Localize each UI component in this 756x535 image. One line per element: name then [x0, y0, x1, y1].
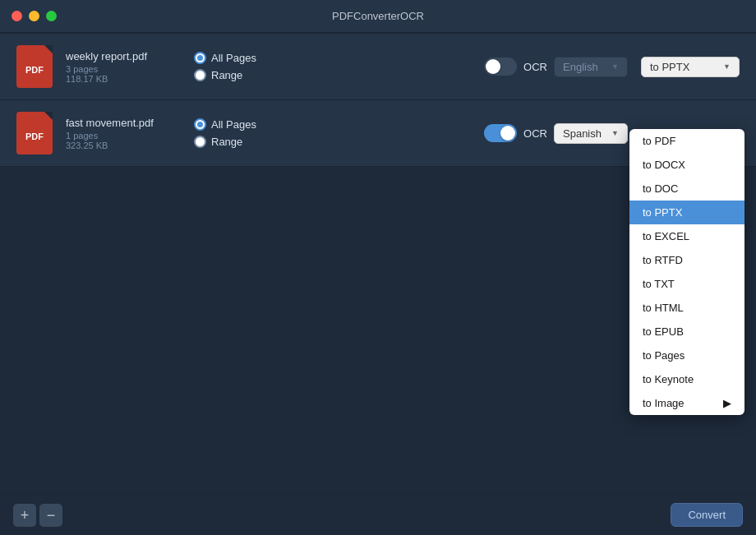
format-item-rtfd[interactable]: to RTFD — [629, 248, 744, 272]
format-item-keynote[interactable]: to Keynote — [629, 367, 744, 391]
toggle-thumb-1 — [486, 59, 500, 74]
ocr-toggle-2[interactable] — [484, 124, 517, 142]
file-size-1: 118.17 KB — [66, 74, 181, 84]
file-pages-2: 1 pages — [66, 131, 181, 141]
ocr-label-1: OCR — [523, 61, 547, 73]
format-item-html[interactable]: to HTML — [629, 296, 744, 320]
format-item-excel[interactable]: to EXCEL — [629, 224, 744, 248]
format-item-pdf[interactable]: to PDF — [629, 129, 744, 153]
range-option-2[interactable]: Range — [194, 136, 276, 148]
format-item-docx[interactable]: to DOCX — [629, 153, 744, 177]
file-row-1: PDF weekly report.pdf 3 pages 118.17 KB … — [0, 33, 756, 100]
language-chevron-2: ▼ — [611, 129, 619, 137]
file-name-2: fast movement.pdf — [66, 117, 181, 129]
range-radio-1[interactable] — [194, 69, 206, 81]
all-pages-label-2: All Pages — [211, 118, 256, 131]
pdf-icon-label-2: PDF — [25, 131, 44, 141]
file-size-2: 323.25 KB — [66, 141, 181, 150]
titlebar: PDFConverterOCR — [0, 0, 756, 33]
range-radio-2[interactable] — [194, 136, 206, 148]
pdf-icon-2: PDF — [16, 112, 53, 155]
file-name-1: weekly report.pdf — [66, 50, 181, 62]
submenu-arrow-icon: ▶ — [723, 397, 731, 409]
bottom-bar: + − Convert — [0, 494, 756, 535]
close-button[interactable] — [12, 11, 22, 21]
range-option-1[interactable]: Range — [194, 69, 276, 81]
format-item-image[interactable]: to Image ▶ — [629, 391, 744, 415]
format-item-txt[interactable]: to TXT — [629, 272, 744, 296]
range-label-1: Range — [211, 69, 242, 81]
page-selection-1: All Pages Range — [194, 52, 276, 81]
convert-button[interactable]: Convert — [671, 503, 743, 527]
format-chevron-1: ▼ — [723, 62, 731, 71]
language-value-1: English — [563, 61, 598, 73]
ocr-area-2: OCR Spanish ▼ — [484, 123, 628, 144]
file-controls: + − — [13, 504, 62, 527]
toggle-thumb-2 — [500, 126, 515, 141]
language-chevron-1: ▼ — [611, 62, 619, 71]
window-controls[interactable] — [12, 11, 57, 21]
all-pages-radio-2[interactable] — [194, 118, 206, 131]
app-title: PDFConverterOCR — [332, 10, 424, 22]
ocr-toggle-1[interactable] — [484, 58, 517, 76]
all-pages-option-2[interactable]: All Pages — [194, 118, 276, 131]
language-value-2: Spanish — [563, 127, 602, 140]
format-dropdown-1[interactable]: to PPTX ▼ — [641, 57, 740, 77]
file-info-1: weekly report.pdf 3 pages 118.17 KB — [66, 50, 181, 84]
format-item-doc[interactable]: to DOC — [629, 177, 744, 201]
maximize-button[interactable] — [46, 11, 57, 21]
all-pages-option-1[interactable]: All Pages — [194, 52, 276, 64]
all-pages-radio-1[interactable] — [194, 52, 206, 64]
all-pages-label-1: All Pages — [211, 52, 256, 64]
file-info-2: fast movement.pdf 1 pages 323.25 KB — [66, 117, 181, 150]
remove-file-button[interactable]: − — [39, 504, 62, 527]
pdf-icon-label-1: PDF — [25, 65, 44, 75]
page-selection-2: All Pages Range — [194, 118, 276, 148]
language-dropdown-1[interactable]: English ▼ — [554, 57, 628, 77]
format-menu: to PDF to DOCX to DOC to PPTX to EXCEL t… — [629, 129, 744, 415]
minimize-button[interactable] — [29, 11, 39, 21]
add-file-button[interactable]: + — [13, 504, 36, 527]
format-item-pages[interactable]: to Pages — [629, 344, 744, 367]
language-dropdown-2[interactable]: Spanish ▼ — [554, 123, 628, 144]
ocr-label-2: OCR — [523, 127, 547, 140]
range-label-2: Range — [211, 136, 242, 148]
file-pages-1: 3 pages — [66, 64, 181, 74]
format-item-pptx[interactable]: to PPTX — [629, 201, 744, 224]
pdf-icon-1: PDF — [16, 45, 53, 88]
format-value-1: to PPTX — [650, 61, 689, 73]
format-item-epub[interactable]: to EPUB — [629, 320, 744, 344]
ocr-area-1: OCR English ▼ — [484, 57, 628, 77]
